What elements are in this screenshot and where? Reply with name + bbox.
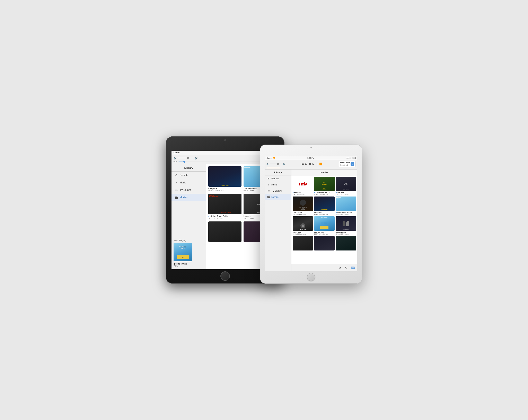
- np-movie-title: Into the Wild: [174, 263, 204, 265]
- movie-meta-helvetica: 2007, 81 minutes: [293, 193, 313, 195]
- movie-title-inception2: Inception: [314, 211, 334, 213]
- movie-title-insidejob: Inside Job: [293, 231, 313, 233]
- list-item[interactable]: Inception 2010, 148 minutes: [208, 166, 241, 192]
- rewind-button-white[interactable]: ⏮: [301, 163, 304, 165]
- list-item[interactable]: INSIDE JOB Inside Job 2010, 108 minutes: [293, 216, 313, 235]
- sidebar-label-remote-black: Remote: [180, 174, 188, 177]
- list-item[interactable]: [293, 236, 313, 251]
- next-button-white[interactable]: ⏭: [316, 163, 318, 165]
- tvshows-icon-white: ▭: [267, 189, 270, 192]
- list-item[interactable]: THEHOBBIT ● The Hobbit: An Un... 2012, 1…: [314, 177, 334, 195]
- poster-indie2-white: INDIEGAME: [336, 197, 356, 211]
- sidebar-item-remote-black[interactable]: ⊙ Remote: [171, 172, 206, 179]
- now-playing-art: INTO THEWILD 142: [174, 243, 192, 261]
- movie-title-hobbit: The Hobbit: An Un...: [316, 192, 331, 193]
- volume-control-white[interactable]: 🔈 🔊: [266, 163, 285, 165]
- movie-meta-inception2: 2010, 148 minutes: [314, 213, 334, 215]
- carrier-black: Carrier: [174, 152, 180, 154]
- sidebar-item-movies-white[interactable]: 🎬 Movies: [265, 194, 291, 200]
- camera-white: [311, 147, 312, 149]
- sidebar-item-remote-white[interactable]: ⊙ Remote: [265, 175, 291, 182]
- dot-indie2: ●: [336, 211, 337, 213]
- vol-min-icon: 🔈: [174, 157, 177, 160]
- movie-title-inception-black: Inception: [208, 187, 241, 190]
- sidebar-item-music-black[interactable]: ♪ Music: [171, 179, 206, 186]
- dot-hobbit: ●: [314, 192, 315, 193]
- vol-min-icon-white: 🔈: [266, 163, 269, 165]
- movie-title-hunt: The Hunt: [337, 192, 344, 193]
- poster-row4b: [314, 236, 334, 250]
- movie-meta-intouchables: 2011, 112 minutes: [336, 233, 356, 235]
- progress-bar-white[interactable]: [266, 168, 356, 168]
- movie-meta-inception-black: 2010, 148 minutes: [208, 190, 241, 192]
- np-art-title: INTO THEWILD: [180, 246, 186, 249]
- list-item[interactable]: Helv ● Helvetica 2007, 81 minutes: [293, 177, 313, 195]
- sidebar-header-black: Library: [171, 164, 206, 172]
- status-right-white: 100%: [347, 157, 356, 159]
- poster-row5a-black: [208, 222, 241, 242]
- poster-killing-black: KILLINGTHEM SOFTLY: [208, 194, 241, 214]
- stop-button-white[interactable]: ⏹: [309, 163, 311, 165]
- poster-inception-black: [208, 166, 241, 187]
- server-refresh-button[interactable]: ↻: [350, 162, 354, 166]
- sidebar-label-tvshows-black: TV Shows: [180, 188, 191, 191]
- home-button-white[interactable]: [307, 273, 315, 281]
- list-item[interactable]: I AM LEGEND I Am Legend 2007, 101 minute…: [293, 197, 313, 215]
- movie-meta-hunt: 2012, 115 minutes: [336, 193, 356, 195]
- list-item[interactable]: Intouchables 2011, 112 minutes: [336, 216, 356, 235]
- list-item[interactable]: [314, 236, 334, 251]
- movie-title-killing-black: Killing Them Softly: [210, 215, 228, 217]
- settings-button-white[interactable]: ⚙: [337, 265, 342, 270]
- movie-grid-white: Helv ● Helvetica 2007, 81 minutes: [291, 175, 357, 264]
- list-item[interactable]: INTO THE WILD Into the Wild 2007, 148 mi…: [314, 216, 334, 235]
- list-item[interactable]: THEHUNT ● The Hunt 2012, 115 minutes: [336, 177, 356, 195]
- list-item[interactable]: INDIEGAME ● Indie Game: The M... 2012, 1…: [336, 197, 356, 215]
- sidebar-header-white: Library: [265, 170, 291, 175]
- volume-control-black[interactable]: 🔈 🔊: [174, 157, 198, 160]
- poster-row4c: [336, 236, 356, 250]
- time-white: 5:53 PM: [307, 157, 314, 159]
- sidebar-label-movies-black: Movies: [180, 196, 187, 199]
- vol-slider-black[interactable]: [178, 158, 194, 158]
- poster-hunt-white: THEHUNT: [336, 177, 356, 191]
- refresh-button-white[interactable]: ↻: [344, 265, 349, 270]
- movie-meta-indie2: 2012, 103 minutes: [336, 213, 356, 215]
- movies-icon-white: 🎬: [267, 196, 270, 198]
- list-item[interactable]: INCEPTION Inception 2010, 148 minutes: [314, 197, 334, 215]
- movie-meta-intothewild: 2007, 148 minutes: [314, 233, 334, 235]
- movie-title-intouchables: Intouchables: [336, 231, 356, 233]
- movie-meta-insidejob: 2010, 108 minutes: [293, 233, 313, 235]
- home-button-black[interactable]: [220, 271, 230, 281]
- dot-indie-black: ●: [243, 188, 245, 190]
- movie-meta-killing-black: 2012, 97 minutes: [208, 217, 241, 219]
- sidebar-item-tvshows-black[interactable]: ▭ TV Shows: [171, 186, 206, 194]
- server-sub-white: Kodi 14.1: [340, 164, 350, 166]
- keyboard-button-white[interactable]: ⌨: [350, 265, 355, 270]
- server-box-white[interactable]: mbox.local Kodi 14.1 ↻: [339, 161, 356, 167]
- ipad-white: Carrier 📶 5:53 PM 100% 🔈: [260, 145, 362, 284]
- poster-inception2-white: INCEPTION: [314, 197, 334, 211]
- vol-slider-white[interactable]: [270, 163, 282, 164]
- poster-row4a: [293, 236, 313, 250]
- toolbar-bottom-white: ⚙ ↻ ⌨: [291, 264, 357, 271]
- vol-max-icon: 🔊: [195, 157, 198, 160]
- music-icon-black: ♪: [174, 181, 178, 184]
- sidebar-white: Library ⊙ Remote ♪ Music ▭ TV Shows: [265, 170, 291, 271]
- movie-title-indie-black: Indie Game:: [245, 187, 257, 190]
- play-button-white[interactable]: ▶: [312, 163, 314, 165]
- sidebar-item-tvshows-white[interactable]: ▭ TV Shows: [265, 188, 291, 194]
- movie-title-legend: I Am Legend: [293, 211, 313, 213]
- vol-max-icon-white: 🔊: [283, 163, 285, 165]
- movie-meta-hobbit: 2012, 169 minutes: [314, 193, 334, 195]
- list-item[interactable]: [336, 236, 356, 251]
- transport-bar-white: 🔈 🔊 ⏮ ⏭ ⏹ ▶ ⏭ ⏩: [265, 160, 357, 170]
- ff-button-white[interactable]: ⏩: [319, 163, 322, 165]
- list-item[interactable]: KILLINGTHEM SOFTLY ● Killing Them Softly…: [208, 194, 241, 219]
- sidebar-item-music-white[interactable]: ♪ Music: [265, 182, 291, 188]
- prev-button-white[interactable]: ⏭: [305, 163, 308, 165]
- right-panel-white: Movies Helv ● Helvetica 2007, 81 m: [291, 170, 357, 271]
- sidebar-item-movies-black[interactable]: 🎬 Movies: [171, 194, 206, 201]
- list-item[interactable]: [208, 222, 241, 243]
- time-elapsed-black: 0:04: [174, 161, 177, 163]
- movies-icon-black: 🎬: [174, 196, 178, 199]
